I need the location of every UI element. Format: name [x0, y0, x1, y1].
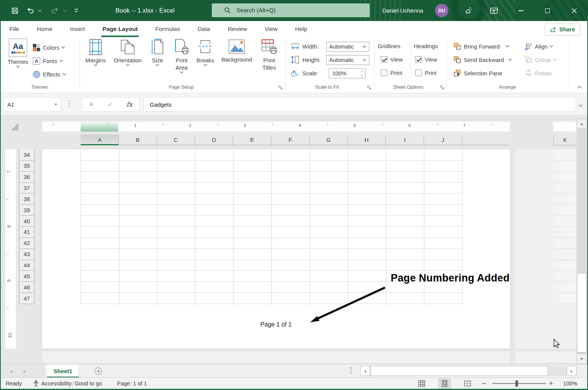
- column-header-f[interactable]: F: [271, 135, 310, 145]
- column-header-e[interactable]: E: [233, 135, 271, 145]
- themes-button[interactable]: Aa Themes: [5, 39, 31, 68]
- ribbon-display-options-icon[interactable]: [486, 0, 502, 21]
- gridlines-view-checkbox[interactable]: [381, 56, 387, 63]
- zoom-slider-thumb[interactable]: [515, 380, 518, 387]
- expand-formula-bar-chevron-icon[interactable]: [578, 102, 583, 109]
- row-header-34[interactable]: 34: [19, 150, 34, 161]
- row-header-38[interactable]: 38: [19, 193, 34, 205]
- tab-review[interactable]: Review: [228, 21, 247, 37]
- scale-spinner[interactable]: 100% ˄˅: [329, 68, 365, 78]
- tab-view[interactable]: View: [265, 21, 277, 37]
- zoom-in-button[interactable]: +: [549, 378, 553, 389]
- row-header-39[interactable]: 39: [19, 205, 34, 216]
- tab-page-layout[interactable]: Page Layout: [102, 21, 138, 37]
- vertical-scrollbar[interactable]: ▲ ▼: [577, 119, 587, 364]
- status-page[interactable]: Page: 1 of 1: [117, 378, 147, 389]
- fonts-button[interactable]: A Fonts: [33, 56, 63, 65]
- align-button[interactable]: Align: [525, 42, 553, 51]
- row-header-42[interactable]: 42: [19, 238, 34, 249]
- row-header-45[interactable]: 45: [19, 271, 34, 282]
- headings-print-checkbox-row[interactable]: Print: [415, 70, 437, 76]
- new-sheet-button[interactable]: [95, 367, 102, 375]
- sheet-prev-icon[interactable]: ◂: [5, 364, 17, 378]
- zoom-slider[interactable]: [492, 383, 546, 384]
- row-header-37[interactable]: 37: [19, 183, 34, 194]
- normal-view-button[interactable]: [415, 378, 428, 389]
- collapse-ribbon-chevron-icon[interactable]: [577, 84, 583, 90]
- gridlines-print-checkbox[interactable]: [381, 70, 387, 76]
- row-header-47[interactable]: 47: [19, 293, 34, 304]
- horizontal-scrollbar-thumb[interactable]: [370, 366, 548, 376]
- spinner-up-icon[interactable]: ˄: [359, 69, 365, 73]
- close-button[interactable]: [565, 0, 583, 21]
- minimize-button[interactable]: [512, 0, 530, 21]
- row-header-43[interactable]: 43: [19, 249, 34, 260]
- colors-button[interactable]: Colors: [33, 43, 65, 52]
- tab-scrollbar-splitter[interactable]: •••: [350, 367, 352, 375]
- spinner-down-icon[interactable]: ˅: [359, 73, 365, 78]
- gridlines-print-checkbox-row[interactable]: Print: [381, 70, 402, 76]
- whats-new-megaphone-icon[interactable]: [461, 0, 476, 21]
- row-header-46[interactable]: 46: [19, 282, 34, 293]
- gridlines-view-checkbox-row[interactable]: View: [381, 56, 403, 63]
- bring-forward-button[interactable]: Bring Forward: [453, 42, 509, 51]
- size-button[interactable]: Size: [147, 39, 168, 66]
- formula-input[interactable]: Gadgets: [143, 97, 576, 112]
- background-button[interactable]: Background: [218, 39, 255, 63]
- undo-dropdown-chevron-icon[interactable]: [36, 0, 43, 21]
- tab-insert[interactable]: Insert: [70, 21, 85, 37]
- column-header-d[interactable]: D: [195, 135, 233, 145]
- sheet-options-dialog-launcher[interactable]: [439, 84, 445, 90]
- undo-button[interactable]: [24, 0, 36, 21]
- column-header-a[interactable]: A: [81, 135, 119, 145]
- send-backward-button[interactable]: Send Backward: [453, 55, 512, 64]
- headings-view-checkbox-row[interactable]: View: [415, 56, 437, 63]
- effects-button[interactable]: Effects: [33, 70, 66, 79]
- margins-button[interactable]: Margins: [83, 39, 109, 66]
- user-name[interactable]: Daniel Uchenna: [382, 0, 423, 21]
- quick-access-toolbar-customize-icon[interactable]: [72, 0, 80, 21]
- formula-bar-resizer[interactable]: •••: [68, 100, 70, 108]
- page-footer-text[interactable]: Page 1 of 1: [42, 321, 510, 328]
- tab-home[interactable]: Home: [37, 21, 52, 37]
- breaks-button[interactable]: Breaks: [194, 39, 216, 66]
- sheet-next-icon[interactable]: ▸: [19, 364, 31, 378]
- column-header-k[interactable]: K: [553, 135, 577, 145]
- tab-file[interactable]: File: [10, 21, 19, 37]
- selection-pane-button[interactable]: Selection Pane: [453, 68, 504, 78]
- headings-print-checkbox[interactable]: [415, 70, 422, 76]
- next-page-cells[interactable]: [553, 150, 577, 304]
- tab-help[interactable]: Help: [295, 21, 307, 37]
- row-header-36[interactable]: 36: [19, 172, 34, 183]
- print-titles-button[interactable]: Print Titles: [257, 39, 281, 71]
- tab-formulas[interactable]: Formulas: [155, 21, 180, 37]
- select-all-button[interactable]: [11, 123, 18, 130]
- insert-function-icon[interactable]: fx: [127, 101, 133, 108]
- width-select[interactable]: Automatic: [326, 42, 369, 52]
- zoom-level[interactable]: 100%: [561, 378, 577, 389]
- share-button[interactable]: Share: [545, 23, 580, 36]
- avatar[interactable]: DU: [435, 4, 448, 17]
- row-header-35[interactable]: 35: [19, 161, 34, 172]
- scale-to-fit-dialog-launcher[interactable]: [366, 84, 372, 90]
- scroll-up-icon[interactable]: ▲: [577, 119, 587, 129]
- search-box[interactable]: Search (Alt+Q): [212, 3, 370, 17]
- column-header-b[interactable]: B: [119, 135, 157, 145]
- height-select[interactable]: Automatic: [326, 55, 369, 65]
- column-header-j[interactable]: J: [424, 135, 462, 145]
- page-setup-dialog-launcher[interactable]: [278, 84, 283, 90]
- page-layout-view-button[interactable]: [438, 378, 451, 389]
- vertical-scrollbar-thumb[interactable]: [577, 273, 586, 353]
- tab-data[interactable]: Data: [198, 21, 210, 37]
- save-icon[interactable]: [8, 0, 21, 21]
- column-header-h[interactable]: H: [348, 135, 386, 145]
- row-header-41[interactable]: 41: [19, 227, 34, 238]
- scroll-right-icon[interactable]: ▸: [567, 366, 577, 376]
- scroll-down-icon[interactable]: ▼: [577, 354, 587, 364]
- zoom-out-button[interactable]: −: [482, 378, 486, 389]
- name-box-chevron-icon[interactable]: [54, 104, 57, 106]
- orientation-button[interactable]: Orientation: [112, 39, 143, 66]
- status-accessibility[interactable]: Accessibility: Good to go: [41, 378, 102, 389]
- sheet-tab-sheet1[interactable]: Sheet1: [47, 364, 79, 378]
- page-break-preview-button[interactable]: [461, 378, 474, 389]
